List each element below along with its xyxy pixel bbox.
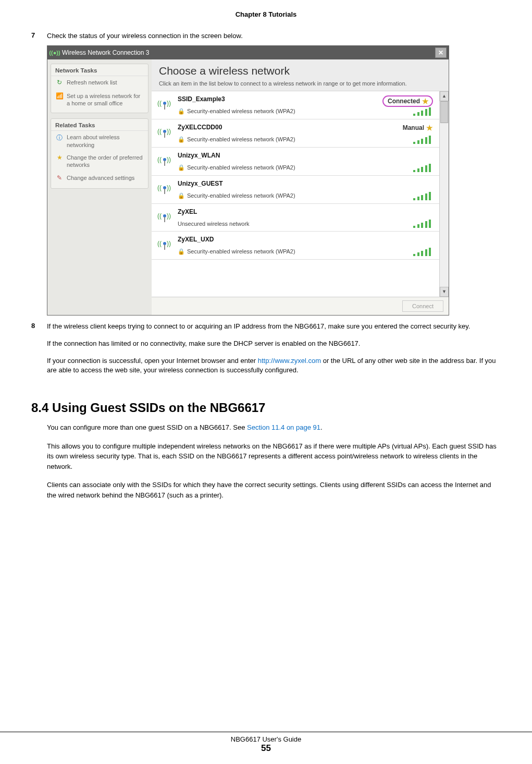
network-row[interactable]: (())SSID_Example3🔒Security-enabled wirel… <box>152 91 449 119</box>
scroll-down-button[interactable]: ▼ <box>440 287 449 297</box>
section-heading: 8.4 Using Guest SSIDs on the NBG6617 <box>31 401 501 415</box>
page-header: Chapter 8 Tutorials <box>31 10 501 18</box>
svg-rect-23 <box>164 245 165 250</box>
sidebar-item-label: Change the order of preferred networks <box>67 154 144 169</box>
wireless-icon: (()) <box>157 152 172 167</box>
ssid-label: ZyXELCCDD00 <box>178 124 399 131</box>
svg-text:)): )) <box>167 100 171 107</box>
svg-rect-7 <box>164 132 165 138</box>
step-text-8: If the wireless client keeps trying to c… <box>47 322 501 383</box>
lock-icon: 🔒 <box>178 108 185 115</box>
svg-rect-19 <box>164 217 165 222</box>
svg-text:)): )) <box>167 156 171 163</box>
network-row[interactable]: (())ZyXELCCDD00🔒Security-enabled wireles… <box>152 119 449 148</box>
zyxel-link[interactable]: http://www.zyxel.com <box>258 357 321 365</box>
security-label: 🔒Security-enabled wireless network (WPA2… <box>178 248 433 255</box>
sidebar-item-learn[interactable]: ⓘ Learn about wireless networking <box>51 131 148 151</box>
ssid-label: Unizyx_GUEST <box>178 180 433 187</box>
sidebar-item-label: Refresh network list <box>67 79 117 86</box>
security-label: 🔒Security-enabled wireless network (WPA2… <box>178 164 433 171</box>
security-label: 🔒Security-enabled wireless network (WPA2… <box>178 136 399 143</box>
step-number-8: 8 <box>31 322 47 383</box>
sidebar-item-label: Set up a wireless network for a home or … <box>67 92 144 107</box>
svg-text:)): )) <box>167 184 171 191</box>
svg-text:((: (( <box>157 100 162 107</box>
dialog-title: Wireless Network Connection 3 <box>62 49 149 56</box>
svg-rect-3 <box>164 104 165 110</box>
dialog-main: Choose a wireless network Click an item … <box>152 59 449 315</box>
wireless-icon: (()) <box>157 236 172 251</box>
svg-rect-11 <box>164 161 165 166</box>
signal-strength-icon <box>413 220 431 228</box>
step8-p1: If the wireless client keeps trying to c… <box>47 322 501 332</box>
sidebar-group-title: Network Tasks <box>51 64 148 76</box>
security-label: 🔒Security-enabled wireless network (WPA2… <box>178 108 378 115</box>
section-p2: This allows you to configure multiple in… <box>47 441 501 472</box>
sidebar-item-label: Change advanced settings <box>67 174 134 181</box>
wireless-icon: (()) <box>157 124 172 139</box>
svg-rect-15 <box>164 189 165 194</box>
status-badge: Manual★ <box>403 124 433 132</box>
status-badge: Connected★ <box>382 95 433 107</box>
svg-text:((: (( <box>157 184 162 191</box>
star-icon: ★ <box>55 154 64 162</box>
step8-p3: If your connection is successful, open y… <box>47 356 501 376</box>
scrollbar[interactable]: ▲ ▼ <box>439 91 449 297</box>
network-row[interactable]: (())ZyXELUnsecured wireless network <box>152 204 449 232</box>
wifi-icon: ((●)) <box>51 48 59 57</box>
main-title: Choose a wireless network <box>159 65 441 77</box>
svg-text:((: (( <box>157 240 162 247</box>
info-icon: ⓘ <box>55 134 64 142</box>
section-p1: You can configure more than one guest SS… <box>47 422 501 433</box>
lock-icon: 🔒 <box>178 192 185 199</box>
dialog-titlebar: ((●)) Wireless Network Connection 3 ✕ <box>47 46 449 59</box>
sidebar-group-network-tasks: Network Tasks ↻ Refresh network list 📶 S… <box>51 64 149 114</box>
page-footer: NBG6617 User's Guide 55 <box>0 732 532 754</box>
footer-guide: NBG6617 User's Guide <box>0 735 532 743</box>
wireless-icon: (()) <box>157 180 172 196</box>
section-xref-link[interactable]: Section 11.4 on page 91 <box>247 423 320 431</box>
sidebar-item-order[interactable]: ★ Change the order of preferred networks <box>51 151 148 172</box>
step8-p2: If the connection has limited or no conn… <box>47 339 501 349</box>
scroll-thumb[interactable] <box>440 101 448 123</box>
refresh-icon: ↻ <box>55 79 64 87</box>
footer-page-number: 55 <box>0 743 532 754</box>
security-label: 🔒Security-enabled wireless network (WPA2… <box>178 192 433 199</box>
main-subtitle: Click an item in the list below to conne… <box>159 80 441 87</box>
signal-strength-icon <box>413 107 431 116</box>
scroll-up-button[interactable]: ▲ <box>440 91 449 101</box>
sidebar-group-related-tasks: Related Tasks ⓘ Learn about wireless net… <box>51 118 149 188</box>
sidebar-item-setup[interactable]: 📶 Set up a wireless network for a home o… <box>51 90 148 110</box>
ssid-label: ZyXEL <box>178 208 433 215</box>
svg-text:)): )) <box>167 212 171 220</box>
ssid-label: SSID_Example3 <box>178 95 378 103</box>
connect-button[interactable]: Connect <box>402 300 443 312</box>
signal-strength-icon <box>413 248 431 256</box>
svg-text:((: (( <box>157 128 162 135</box>
security-label: Unsecured wireless network <box>178 221 433 227</box>
sidebar-item-refresh[interactable]: ↻ Refresh network list <box>51 76 148 90</box>
signal-strength-icon <box>413 192 431 200</box>
dialog-sidebar: Network Tasks ↻ Refresh network list 📶 S… <box>47 59 152 315</box>
antenna-icon: 📶 <box>55 92 64 101</box>
svg-text:((: (( <box>157 212 162 220</box>
sidebar-item-advanced[interactable]: ✎ Change advanced settings <box>51 172 148 185</box>
wireless-icon: (()) <box>157 208 172 224</box>
ssid-label: Unizyx_WLAN <box>178 152 433 159</box>
lock-icon: 🔒 <box>178 136 185 143</box>
star-icon: ★ <box>426 124 433 132</box>
close-button[interactable]: ✕ <box>435 47 447 58</box>
network-row[interactable]: (())Unizyx_GUEST🔒Security-enabled wirele… <box>152 176 449 204</box>
wireless-dialog: ((●)) Wireless Network Connection 3 ✕ Ne… <box>47 45 449 316</box>
signal-strength-icon <box>413 136 431 144</box>
gear-icon: ✎ <box>55 174 64 183</box>
sidebar-group-title: Related Tasks <box>51 119 148 131</box>
network-row[interactable]: (())ZyXEL_UXD🔒Security-enabled wireless … <box>152 232 449 260</box>
network-row[interactable]: (())Unizyx_WLAN🔒Security-enabled wireles… <box>152 148 449 176</box>
ssid-label: ZyXEL_UXD <box>178 236 433 243</box>
star-icon: ★ <box>422 97 429 105</box>
svg-text:)): )) <box>167 240 171 247</box>
svg-text:)): )) <box>167 128 171 135</box>
wireless-icon: (()) <box>157 95 172 111</box>
network-list: (())SSID_Example3🔒Security-enabled wirel… <box>152 91 449 297</box>
